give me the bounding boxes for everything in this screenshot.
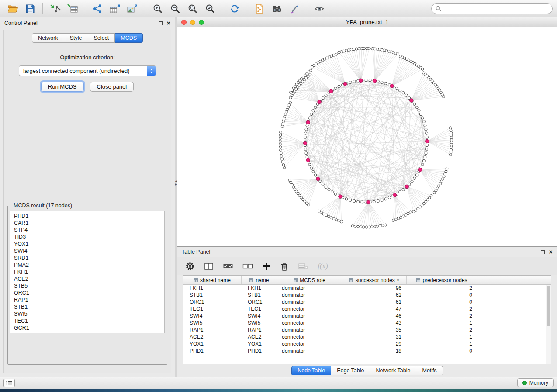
search-box[interactable] — [431, 3, 553, 14]
table-cell: dominator — [277, 285, 342, 291]
zoom-selected-button[interactable] — [201, 2, 218, 16]
table-body: FKH1FKH1dominator962STB1STB1dominator620… — [183, 285, 551, 354]
table-row[interactable]: ACE2ACE2connector311 — [183, 334, 551, 340]
table-row[interactable]: TEC1TEC1connector472 — [183, 306, 551, 313]
mcds-result-item[interactable]: SWI5 — [10, 310, 164, 317]
import-table-button[interactable] — [64, 2, 81, 16]
clone-network-button[interactable] — [251, 2, 268, 16]
column-header-filler — [477, 276, 551, 284]
table-row[interactable]: YOX1YOX1connector291 — [183, 340, 551, 347]
select-all-columns-icon[interactable] — [223, 262, 233, 270]
mcds-result-item[interactable]: TEC1 — [10, 317, 164, 324]
mcds-result-item[interactable]: SWI4 — [10, 248, 164, 254]
table-row[interactable]: PHD1PHD1dominator180 — [183, 347, 551, 354]
zoom-in-button[interactable] — [149, 2, 166, 16]
zoom-in-icon — [152, 3, 163, 14]
optimization-dropdown[interactable]: largest connected component (undirected)… — [19, 65, 156, 76]
table-settings-gear-icon[interactable] — [185, 261, 195, 271]
column-grid-icon — [249, 278, 253, 282]
mcds-result-item[interactable]: ORC1 — [10, 289, 164, 296]
table-row[interactable]: SWI5SWI5connector431 — [183, 320, 551, 327]
table-scrollbar[interactable] — [546, 285, 551, 364]
column-header-MCDS-role[interactable]: MCDS role — [277, 276, 342, 284]
network-graph[interactable] — [177, 27, 557, 246]
save-session-button[interactable] — [22, 2, 38, 16]
mcds-result-item[interactable]: PHD1 — [10, 213, 164, 220]
network-window-titlebar[interactable]: YPA_prune.txt_1 — [177, 17, 557, 27]
minimize-window-icon[interactable] — [190, 20, 195, 25]
apply-layout-button[interactable] — [226, 2, 243, 16]
table-row[interactable]: ORC1ORC1dominator610 — [183, 299, 551, 306]
mcds-result-item[interactable]: TID3 — [10, 234, 164, 241]
open-session-button[interactable] — [4, 2, 21, 16]
graphics-details-button[interactable] — [311, 2, 328, 16]
mcds-result-item[interactable]: ACE2 — [10, 275, 164, 282]
splitter-collapse-icon[interactable]: ◀▶ — [175, 180, 177, 186]
table-cell: 0 — [407, 299, 477, 305]
export-network-button[interactable] — [89, 2, 106, 16]
table-tab-network-table[interactable]: Network Table — [370, 366, 417, 375]
column-header-name[interactable]: name — [242, 276, 277, 284]
mcds-result-item[interactable]: RAP1 — [10, 296, 164, 303]
float-table-panel-icon[interactable] — [541, 250, 545, 254]
table-tab-node-table[interactable]: Node Table — [291, 366, 331, 375]
network-canvas[interactable] — [177, 27, 557, 246]
table-cell: YOX1 — [183, 341, 242, 347]
mcds-result-item[interactable]: YOX1 — [10, 241, 164, 248]
mcds-result-item[interactable]: PMA2 — [10, 261, 164, 268]
zoom-out-button[interactable] — [166, 2, 183, 16]
column-header-shared-name[interactable]: shared name — [183, 276, 242, 284]
float-panel-icon[interactable] — [159, 21, 163, 25]
memory-button[interactable]: Memory — [517, 378, 554, 387]
table-row[interactable]: RAP1RAP1dominator352 — [183, 327, 551, 334]
table-cell: STB1 — [183, 292, 242, 298]
import-network-button[interactable] — [47, 2, 63, 16]
table-tab-motifs[interactable]: Motifs — [416, 366, 443, 375]
apply-style-button[interactable] — [286, 2, 303, 16]
show-columns-icon[interactable] — [204, 262, 214, 271]
mcds-result-item[interactable]: FKH1 — [10, 268, 164, 275]
search-network-button[interactable] — [269, 2, 285, 16]
delete-column-trash-icon[interactable] — [280, 262, 289, 271]
table-cell: SWI4 — [242, 313, 277, 319]
deselect-all-columns-icon[interactable] — [242, 262, 253, 270]
mcds-result-list[interactable]: PHD1CAR1STP4TID3YOX1SWI4SRD1PMA2FKH1ACE2… — [10, 211, 165, 333]
tab-network[interactable]: Network — [32, 33, 64, 43]
tab-mcds[interactable]: MCDS — [115, 33, 143, 43]
mcds-result-item[interactable]: SRD1 — [10, 254, 164, 261]
scrollbar-thumb[interactable] — [547, 286, 550, 326]
tab-select[interactable]: Select — [88, 33, 115, 43]
run-mcds-button[interactable]: Run MCDS — [41, 82, 84, 92]
document-share-icon — [254, 3, 265, 14]
table-row[interactable]: FKH1FKH1dominator962 — [183, 285, 551, 292]
table-tab-edge-table[interactable]: Edge Table — [331, 366, 370, 375]
toolbar-separator — [85, 3, 85, 14]
maximize-window-icon[interactable] — [199, 20, 204, 25]
save-floppy-icon — [25, 4, 35, 14]
close-panel-button[interactable]: Close panel — [90, 82, 134, 92]
mcds-result-item[interactable]: CAR1 — [10, 220, 164, 227]
table-row[interactable]: SWI4SWI4dominator462 — [183, 313, 551, 320]
mcds-result-item[interactable]: STB5 — [10, 282, 164, 289]
close-table-panel-icon[interactable]: × — [549, 250, 553, 254]
close-window-icon[interactable] — [181, 20, 187, 25]
tab-style[interactable]: Style — [64, 33, 88, 43]
add-column-plus-icon[interactable] — [262, 262, 271, 271]
table-cell: SWI4 — [183, 313, 242, 319]
mcds-result-item[interactable]: STP4 — [10, 227, 164, 234]
export-table-button[interactable] — [107, 2, 123, 16]
mcds-result-item[interactable]: GCR1 — [10, 324, 164, 331]
column-header-predecessor-nodes[interactable]: predecessor nodes — [407, 276, 477, 284]
column-header-successor-nodes[interactable]: successor nodes▾ — [342, 276, 407, 284]
zoom-fit-button[interactable] — [184, 2, 201, 16]
status-menu-button[interactable] — [3, 379, 15, 387]
table-cell: 18 — [342, 348, 407, 354]
table-cell: dominator — [277, 327, 342, 333]
mcds-result-item[interactable]: STB1 — [10, 303, 164, 310]
table-row[interactable]: STB1STB1dominator620 — [183, 292, 551, 299]
close-panel-icon[interactable]: × — [166, 21, 170, 25]
table-cell: PHD1 — [183, 348, 242, 354]
table-cell: connector — [277, 306, 342, 312]
network-window: YPA_prune.txt_1 — [177, 17, 557, 247]
export-image-button[interactable] — [124, 2, 141, 16]
